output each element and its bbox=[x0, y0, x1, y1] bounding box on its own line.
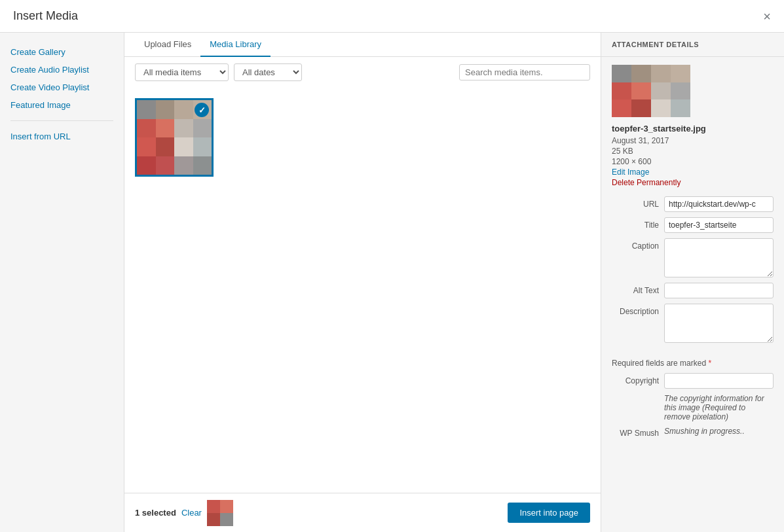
media-grid-container[interactable]: ✓ bbox=[124, 88, 601, 493]
description-field-row: Description bbox=[612, 304, 774, 343]
alt-text-field-row: Alt Text bbox=[612, 283, 774, 298]
copyright-fields: Copyright The copyright information for … bbox=[601, 373, 784, 453]
alt-text-input[interactable] bbox=[664, 283, 774, 298]
attachment-date: August 31, 2017 bbox=[612, 136, 669, 145]
caption-label: Caption bbox=[612, 238, 664, 251]
selected-count: 1 selected bbox=[135, 508, 176, 518]
sidebar: Create Gallery Create Audio Playlist Cre… bbox=[0, 33, 124, 532]
wp-smush-row: WP Smush Smushing in progress.. bbox=[612, 427, 774, 438]
clear-selection-link[interactable]: Clear bbox=[181, 508, 202, 518]
attachment-size: 25 KB bbox=[612, 147, 633, 156]
copyright-label: Copyright bbox=[612, 373, 664, 385]
insert-into-page-button[interactable]: Insert into page bbox=[508, 503, 590, 523]
caption-textarea[interactable] bbox=[664, 238, 774, 277]
sidebar-item-insert-from-url[interactable]: Insert from URL bbox=[0, 128, 124, 145]
sidebar-item-create-video-playlist[interactable]: Create Video Playlist bbox=[0, 79, 124, 96]
attachment-dimensions: 1200 × 600 bbox=[612, 157, 651, 166]
modal-header: Insert Media × bbox=[0, 0, 784, 33]
attachment-filename: toepfer-3_startseite.jpg bbox=[612, 124, 706, 133]
attachment-details-header: ATTACHMENT DETAILS bbox=[601, 33, 784, 57]
url-input[interactable] bbox=[664, 196, 774, 212]
description-label: Description bbox=[612, 304, 664, 316]
selected-checkmark: ✓ bbox=[195, 103, 209, 117]
title-label: Title bbox=[612, 217, 664, 230]
attachment-preview: toepfer-3_startseite.jpg August 31, 2017… bbox=[601, 57, 784, 196]
edit-image-link[interactable]: Edit Image bbox=[612, 168, 649, 177]
wp-smush-label: WP Smush bbox=[612, 427, 664, 438]
url-field-row: URL bbox=[612, 196, 774, 212]
copyright-note-row: The copyright information for this image… bbox=[612, 394, 774, 421]
required-asterisk: * bbox=[708, 359, 711, 368]
caption-field-row: Caption bbox=[612, 238, 774, 277]
insert-media-modal: Insert Media × Create Gallery Create Aud… bbox=[0, 0, 784, 532]
url-label: URL bbox=[612, 196, 664, 209]
tab-media-library[interactable]: Media Library bbox=[200, 33, 271, 57]
tab-upload-files[interactable]: Upload Files bbox=[135, 33, 200, 57]
modal-title: Insert Media bbox=[13, 9, 78, 23]
search-input[interactable] bbox=[459, 64, 590, 80]
attachment-preview-image bbox=[612, 65, 690, 117]
wp-smush-status: Smushing in progress.. bbox=[664, 427, 774, 436]
main-content: Upload Files Media Library All media ite… bbox=[124, 33, 601, 532]
description-textarea[interactable] bbox=[664, 304, 774, 343]
footer: 1 selected Clear Insert into page bbox=[124, 493, 601, 532]
sidebar-item-create-gallery[interactable]: Create Gallery bbox=[0, 43, 124, 61]
copyright-field-row: Copyright bbox=[612, 373, 774, 389]
title-input[interactable] bbox=[664, 217, 774, 233]
footer-thumbnail bbox=[207, 500, 233, 526]
sidebar-divider bbox=[10, 120, 113, 121]
media-item[interactable]: ✓ bbox=[135, 98, 214, 177]
copyright-note-spacer bbox=[612, 394, 664, 397]
modal-body: Create Gallery Create Audio Playlist Cre… bbox=[0, 33, 784, 532]
required-note: Required fields are marked * bbox=[601, 359, 784, 373]
filter-date-select[interactable]: All dates bbox=[234, 63, 302, 81]
copyright-note-text: The copyright information for this image… bbox=[664, 394, 774, 421]
sidebar-item-featured-image[interactable]: Featured Image bbox=[0, 96, 124, 114]
filter-media-select[interactable]: All media items bbox=[135, 63, 229, 81]
alt-text-label: Alt Text bbox=[612, 283, 664, 295]
tabs-bar: Upload Files Media Library bbox=[124, 33, 601, 57]
copyright-input[interactable] bbox=[664, 373, 774, 389]
sidebar-item-create-audio-playlist[interactable]: Create Audio Playlist bbox=[0, 61, 124, 79]
toolbar: All media items All dates bbox=[124, 57, 601, 88]
close-button[interactable]: × bbox=[763, 10, 771, 23]
media-grid: ✓ bbox=[135, 98, 590, 177]
title-field-row: Title bbox=[612, 217, 774, 233]
delete-permanently-link[interactable]: Delete Permanently bbox=[612, 178, 681, 187]
attachment-fields: URL Title Caption Alt Text Description bbox=[601, 196, 784, 359]
attachment-details-panel: ATTACHMENT DETAILS toepfer-3_startseite.… bbox=[601, 33, 784, 532]
